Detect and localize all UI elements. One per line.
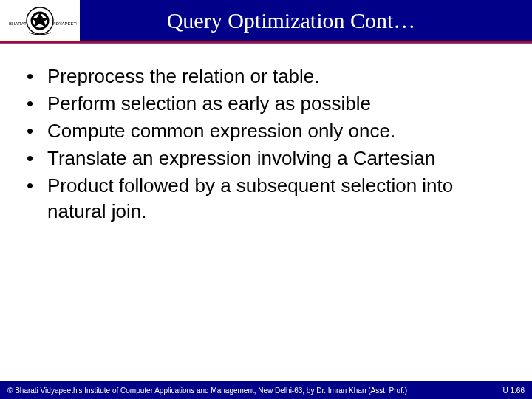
footer-copyright: © Bharati Vidyapeeth's Institute of Comp… [7,386,407,395]
institution-logo: BHARATI VIDYAPEETH [0,0,80,41]
list-item: Perform selection as early as possible [22,91,510,117]
slide: BHARATI VIDYAPEETH Query Optimization Co… [0,0,532,399]
logo-text-right: VIDYAPEETH [52,21,77,26]
list-item: Preprocess the relation or table. [22,64,510,89]
list-item: Compute common expression only once. [22,118,510,144]
slide-header: BHARATI VIDYAPEETH Query Optimization Co… [0,0,532,41]
bullet-text: Translate an expression involving a Cart… [47,146,510,171]
bullet-list: Preprocess the relation or table. Perfor… [22,64,510,225]
bullet-text: Compute common expression only once. [47,118,510,144]
slide-title: Query Optimization Cont… [80,8,532,33]
slide-body: Preprocess the relation or table. Perfor… [0,41,532,225]
slide-footer: © Bharati Vidyapeeth's Institute of Comp… [0,381,532,399]
bullet-text: Product followed by a subsequent selecti… [47,173,510,225]
logo-text-left: BHARATI [9,21,28,26]
list-item: Translate an expression involving a Cart… [22,146,510,171]
list-item: Product followed by a subsequent selecti… [22,173,510,225]
footer-page-number: U 1.66 [496,386,525,395]
logo-emblem-icon: BHARATI VIDYAPEETH [3,3,77,38]
header-divider [0,41,532,44]
bullet-text: Perform selection as early as possible [47,91,510,117]
bullet-text: Preprocess the relation or table. [47,64,510,89]
